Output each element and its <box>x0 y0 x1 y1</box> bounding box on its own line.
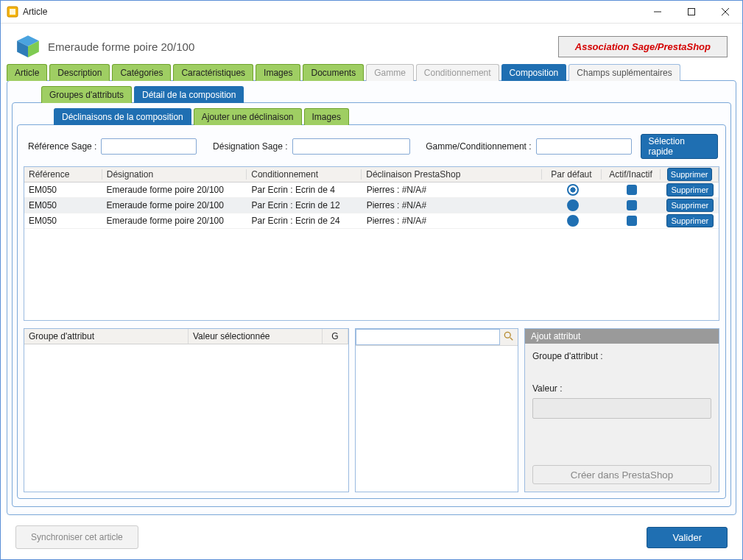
article-window: Article Emeraude forme poire 20/100 Asso… <box>0 0 743 560</box>
col-designation[interactable]: Désignation <box>102 169 247 180</box>
tab-inner-images[interactable]: Images <box>304 108 349 125</box>
search-box <box>355 328 518 492</box>
tab-caracteristiques[interactable]: Caractéristiques <box>173 64 253 81</box>
designation-sage-input[interactable] <box>292 138 410 155</box>
designation-sage-label: Désignation Sage : <box>213 141 287 152</box>
cell-declinaison: Pierres : #N/A# <box>362 216 543 226</box>
valeur-input[interactable] <box>532 398 711 419</box>
tab-categories[interactable]: Catégories <box>112 64 171 81</box>
search-icon[interactable] <box>500 331 518 344</box>
svg-rect-1 <box>10 9 15 15</box>
svg-line-10 <box>510 337 513 340</box>
app-icon <box>7 6 18 18</box>
mid-tabs: Groupes d'attributs Détail de la composi… <box>12 85 731 102</box>
col-reference[interactable]: Référence <box>24 169 102 180</box>
tab-ajouter-declinaison[interactable]: Ajouter une déclinaison <box>194 108 302 125</box>
valeur-label: Valeur : <box>532 383 711 394</box>
checkbox-icon[interactable] <box>627 185 637 195</box>
attribute-search-input[interactable] <box>356 329 500 345</box>
cell-actif[interactable] <box>602 200 661 211</box>
declinaisons-panel: Référence Sage : Désignation Sage : Gamm… <box>17 124 726 499</box>
col-valeur-selectionnee[interactable]: Valeur sélectionnée <box>189 329 323 344</box>
cell-designation: Emeraude forme poire 20/100 <box>102 216 247 226</box>
declinaisons-grid: Référence Désignation Conditionnement Dé… <box>24 166 719 321</box>
cell-reference: EM050 <box>24 216 102 226</box>
radio-icon[interactable] <box>567 199 579 211</box>
radio-icon[interactable] <box>567 184 579 196</box>
supprimer-button[interactable]: Supprimer <box>666 199 714 212</box>
cell-actif[interactable] <box>602 185 661 196</box>
tab-composition[interactable]: Composition <box>501 64 567 81</box>
tab-description[interactable]: Description <box>49 64 110 81</box>
titlebar: Article <box>1 1 742 24</box>
tab-champs-supl[interactable]: Champs suplémentaires <box>568 64 680 81</box>
main-tabs: Article Description Catégories Caractéri… <box>1 63 742 80</box>
cell-designation: Emeraude forme poire 20/100 <box>102 200 247 210</box>
supprimer-button[interactable]: Supprimer <box>666 214 714 227</box>
tab-groupes-attributs[interactable]: Groupes d'attributs <box>41 86 132 103</box>
supprimer-button[interactable]: Supprimer <box>666 183 714 196</box>
reference-sage-input[interactable] <box>101 138 197 155</box>
checkbox-icon[interactable] <box>627 216 637 226</box>
valider-button[interactable]: Valider <box>647 527 728 548</box>
col-conditionnement[interactable]: Conditionnement <box>247 169 362 180</box>
col-declinaison[interactable]: Déclinaison PrestaShop <box>362 169 542 180</box>
maximize-button[interactable] <box>675 1 708 23</box>
col-supprimer: Supprimer <box>661 168 719 181</box>
tab-gamme: Gamme <box>366 64 414 81</box>
cell-conditionnement: Par Ecrin : Ecrin de 24 <box>247 216 362 226</box>
tab-documents[interactable]: Documents <box>303 64 364 81</box>
header: Emeraude forme poire 20/100 Association … <box>1 24 742 63</box>
col-actif[interactable]: Actif/Inactif <box>602 169 661 180</box>
cell-designation: Emeraude forme poire 20/100 <box>102 185 247 195</box>
tab-images[interactable]: Images <box>256 64 300 81</box>
table-row[interactable]: EM050Emeraude forme poire 20/100Par Ecri… <box>24 182 719 198</box>
cell-supprimer: Supprimer <box>661 199 719 212</box>
col-groupe-attribut[interactable]: Groupe d'attribut <box>24 329 189 344</box>
cube-icon <box>15 34 41 59</box>
cell-par-defaut[interactable] <box>543 215 602 227</box>
cell-supprimer: Supprimer <box>661 183 719 196</box>
cell-declinaison: Pierres : #N/A# <box>362 185 543 195</box>
attribute-selection-box: Groupe d'attribut Valeur sélectionnée G <box>24 328 349 492</box>
inner-tabs: Déclinaisons de la composition Ajouter u… <box>17 107 726 124</box>
cell-declinaison: Pierres : #N/A# <box>362 200 543 210</box>
table-row[interactable]: EM050Emeraude forme poire 20/100Par Ecri… <box>24 198 719 213</box>
cell-reference: EM050 <box>24 185 102 195</box>
cell-actif[interactable] <box>602 216 661 227</box>
header-supprimer-button[interactable]: Supprimer <box>667 168 712 181</box>
tab-conditionnement: Conditionnement <box>416 64 499 81</box>
page-title: Emeraude forme poire 20/100 <box>48 40 194 53</box>
ajout-attribut-box: Ajout attribut Groupe d'attribut : Valeu… <box>524 328 719 492</box>
creer-prestashop-button[interactable]: Créer dans PrestaShop <box>532 465 711 484</box>
radio-icon[interactable] <box>567 215 579 227</box>
col-g[interactable]: G <box>323 329 348 344</box>
synchroniser-article-button[interactable]: Synchroniser cet article <box>15 525 138 549</box>
table-row[interactable]: EM050Emeraude forme poire 20/100Par Ecri… <box>24 213 719 229</box>
col-par-defaut[interactable]: Par défaut <box>542 169 602 180</box>
cell-par-defaut[interactable] <box>543 184 602 196</box>
groupe-attribut-label: Groupe d'attribut : <box>532 351 711 361</box>
cell-conditionnement: Par Ecrin : Ecrin de 12 <box>247 200 362 210</box>
tab-declinaisons[interactable]: Déclinaisons de la composition <box>54 108 191 125</box>
tab-article[interactable]: Article <box>7 64 47 81</box>
close-button[interactable] <box>708 1 742 23</box>
gamme-cond-label: Gamme/Conditionnement : <box>426 141 531 152</box>
svg-rect-3 <box>689 9 695 15</box>
minimize-button[interactable] <box>641 1 675 23</box>
detail-composition-panel: Déclinaisons de la composition Ajouter u… <box>12 102 731 507</box>
gamme-cond-input[interactable] <box>536 138 632 155</box>
lower-area: Groupe d'attribut Valeur sélectionnée G <box>24 328 719 492</box>
window-title: Article <box>23 7 47 17</box>
cell-conditionnement: Par Ecrin : Ecrin de 4 <box>247 185 362 195</box>
svg-point-9 <box>504 332 510 338</box>
cell-supprimer: Supprimer <box>661 214 719 227</box>
footer: Synchroniser cet article Valider <box>1 520 742 559</box>
checkbox-icon[interactable] <box>627 200 637 210</box>
tab-detail-composition[interactable]: Détail de la composition <box>134 86 244 103</box>
cell-par-defaut[interactable] <box>543 199 602 211</box>
reference-sage-label: Référence Sage : <box>28 141 96 152</box>
grid-header: Référence Désignation Conditionnement Dé… <box>24 167 719 182</box>
selection-rapide-button[interactable]: Sélection rapide <box>641 134 718 159</box>
ajout-attribut-header: Ajout attribut <box>525 329 719 344</box>
